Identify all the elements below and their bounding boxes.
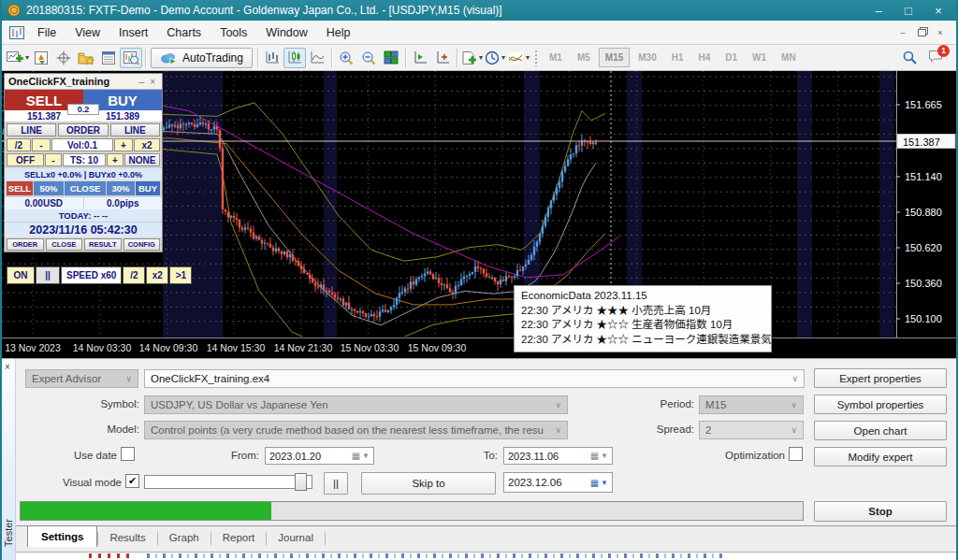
line-chart-button[interactable] xyxy=(306,48,328,68)
timeframe-m5[interactable]: M5 xyxy=(571,48,597,67)
menu-charts[interactable]: Charts xyxy=(157,22,210,43)
new-chart-button[interactable]: ▾ xyxy=(6,48,30,68)
close-50-button[interactable]: 50% xyxy=(34,181,64,195)
indicators-button[interactable]: ▾ xyxy=(506,48,530,68)
data-window-button[interactable] xyxy=(97,48,120,68)
optimization-checkbox[interactable] xyxy=(789,447,803,461)
tester-close-button[interactable]: × xyxy=(5,362,10,372)
ts-plus-button[interactable]: + xyxy=(107,153,123,166)
mdi-controls: – × xyxy=(894,25,952,39)
speed-half-button[interactable]: /2 xyxy=(123,266,145,284)
periods-button[interactable]: ▾ xyxy=(484,48,506,68)
timeframe-m30[interactable]: M30 xyxy=(631,48,662,67)
speed-step-button[interactable]: >1 xyxy=(169,266,192,284)
skip-to-button[interactable]: Skip to xyxy=(361,472,496,495)
zoom-out-button[interactable] xyxy=(357,48,380,68)
mdi-close-button[interactable]: × xyxy=(932,25,949,39)
modify-expert-button[interactable]: Modify expert xyxy=(814,447,947,467)
close-buy-button[interactable]: BUY xyxy=(136,181,160,195)
candlestick-chart-button[interactable] xyxy=(283,48,306,68)
timeframe-h4[interactable]: H4 xyxy=(692,48,718,67)
skip-date-field[interactable]: 2023.12.06▦▼ xyxy=(503,472,613,493)
symbol-properties-button[interactable]: Symbol properties xyxy=(814,395,947,414)
menu-view[interactable]: View xyxy=(65,22,109,43)
speed-double-button[interactable]: x2 xyxy=(146,266,168,284)
profiles-button[interactable] xyxy=(30,48,52,68)
timeframe-h1[interactable]: H1 xyxy=(665,48,690,67)
chart-mdi-icon[interactable] xyxy=(9,26,24,39)
tile-windows-button[interactable] xyxy=(380,48,402,68)
vol-double-button[interactable]: x2 xyxy=(134,138,160,151)
new-order-button[interactable]: ▾ xyxy=(460,48,484,68)
chart-shift-button[interactable] xyxy=(409,48,431,68)
use-date-checkbox[interactable] xyxy=(121,447,135,461)
ts-none-button[interactable]: NONE xyxy=(124,153,160,166)
result-tab-button[interactable]: RESULT xyxy=(84,238,122,251)
tab-graph[interactable]: Graph xyxy=(158,528,210,547)
volume-value[interactable]: Vol:0.1 xyxy=(51,138,113,151)
visual-mode-label: Visual mode xyxy=(30,477,122,488)
vol-minus-button[interactable]: - xyxy=(32,138,51,151)
mdi-minimize-button[interactable]: – xyxy=(894,25,911,39)
visual-mode-checkbox[interactable]: ✔ xyxy=(125,474,139,488)
speed-slider[interactable] xyxy=(144,475,312,489)
speed-pause-button[interactable]: || xyxy=(36,266,60,284)
maximize-button[interactable]: □ xyxy=(896,4,921,18)
close-sell-button[interactable]: SELL xyxy=(7,181,33,195)
config-tab-button[interactable]: CONFIG xyxy=(123,238,161,251)
ea-file-select[interactable]: OneClickFX_training.ex4∨ xyxy=(144,369,805,388)
bar-chart-button[interactable] xyxy=(261,48,283,68)
sell-line-button[interactable]: LINE xyxy=(7,123,56,136)
open-chart-button[interactable]: Open chart xyxy=(814,421,947,440)
close-tab-button[interactable]: CLOSE xyxy=(46,238,83,251)
timeframe-m15[interactable]: M15 xyxy=(599,48,630,67)
buy-line-button[interactable]: LINE xyxy=(110,123,160,136)
timeframe-w1[interactable]: W1 xyxy=(746,48,773,67)
search-icon[interactable] xyxy=(903,50,917,65)
templates-button[interactable] xyxy=(75,48,97,68)
optimization-label: Optimization xyxy=(657,450,785,461)
timeframe-m1[interactable]: M1 xyxy=(543,48,569,67)
expert-properties-button[interactable]: Expert properties xyxy=(814,368,947,388)
tab-results[interactable]: Results xyxy=(98,528,156,547)
panel-minimize-button[interactable]: – xyxy=(137,77,148,87)
vol-plus-button[interactable]: + xyxy=(114,138,133,151)
oneclickfx-titlebar[interactable]: OneClickFX_training – × xyxy=(5,74,162,90)
strategy-tester-button[interactable] xyxy=(120,48,142,68)
order-button[interactable]: ORDER xyxy=(58,123,108,136)
speed-slider-thumb[interactable] xyxy=(295,473,307,491)
chart-area[interactable]: 151.665151.140150.880150.620150.360150.1… xyxy=(2,71,956,358)
chart-autoscroll-button[interactable] xyxy=(431,48,454,68)
notifications-button[interactable]: 1 xyxy=(928,50,943,66)
order-tab-button[interactable]: ORDER xyxy=(7,238,44,251)
menu-window[interactable]: Window xyxy=(256,22,316,43)
close-30-button[interactable]: 30% xyxy=(107,181,135,195)
stop-button[interactable]: Stop xyxy=(814,501,947,522)
tab-report[interactable]: Report xyxy=(211,528,267,547)
chart-shift-icon xyxy=(413,50,428,65)
timeframe-d1[interactable]: D1 xyxy=(718,48,744,67)
speed-on-button[interactable]: ON xyxy=(7,266,35,284)
menu-help[interactable]: Help xyxy=(317,22,360,43)
timeframe-mn[interactable]: MN xyxy=(775,48,803,67)
close-all-button[interactable]: CLOSE xyxy=(65,181,106,195)
mdi-restore-button[interactable] xyxy=(913,25,930,39)
tooltip-line: 22:30 アメリカ ★☆☆ ニューヨーク連銀製造業景気指数 xyxy=(521,333,764,348)
menu-file[interactable]: File xyxy=(28,22,65,43)
minimize-button[interactable]: – xyxy=(866,4,891,18)
menu-insert[interactable]: Insert xyxy=(109,22,157,43)
trailing-stop-value[interactable]: TS: 10 xyxy=(63,153,106,166)
menu-tools[interactable]: Tools xyxy=(210,22,256,43)
panel-close-button[interactable]: × xyxy=(147,77,158,87)
vol-half-button[interactable]: /2 xyxy=(7,138,31,151)
zoom-in-button[interactable] xyxy=(335,48,357,68)
autotrading-button[interactable]: AutoTrading xyxy=(151,48,253,68)
close-button[interactable]: × xyxy=(926,4,951,18)
svg-text:151.140: 151.140 xyxy=(905,171,942,182)
crosshair-button[interactable] xyxy=(52,48,75,68)
ts-off-button[interactable]: OFF xyxy=(7,153,44,166)
tab-journal[interactable]: Journal xyxy=(267,528,325,547)
ts-minus-button[interactable]: - xyxy=(45,153,62,166)
tab-settings[interactable]: Settings xyxy=(27,525,97,547)
pause-button[interactable]: || xyxy=(324,472,348,495)
